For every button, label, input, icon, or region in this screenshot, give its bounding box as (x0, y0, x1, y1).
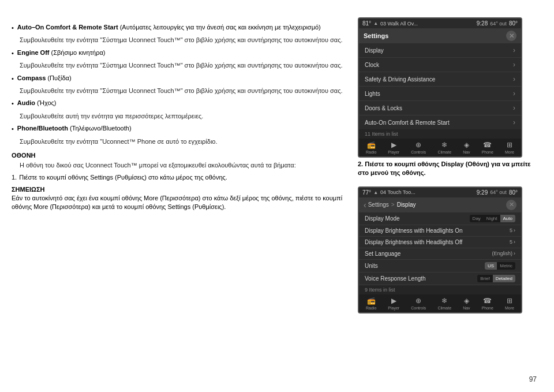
arrow-icon: › (513, 89, 515, 98)
metric-option[interactable]: Metric (497, 262, 515, 270)
menu-item-language[interactable]: Set Language (English) › (359, 248, 521, 260)
screen1-caption: 2. Πιέστε το κουμπί οθόνης Display (Οθόν… (358, 160, 542, 178)
arrow-icon: › (513, 61, 515, 69)
slider-value: 5 › (510, 239, 515, 245)
screen1-bottombar: 📻 Radio ▶ Player ⊕ Controls ❄ Climate (359, 139, 521, 156)
temp-left: 81° (362, 20, 371, 27)
topbar-right: 9:29 64° out 80° (477, 189, 518, 196)
nav-label: Nav (463, 150, 470, 154)
bullet-suffix: (Τηλέφωνο/Bluetooth) (68, 125, 132, 132)
screen1-wrapper: 81° ▲ 03 Walk All Ov... 9:28 64° out 80°… (358, 17, 542, 178)
bullet-dot: • (12, 125, 14, 133)
menu-item-doors[interactable]: Doors & Locks › (359, 101, 521, 115)
menu-label: Units (365, 263, 378, 269)
controls-label: Controls (411, 150, 426, 154)
step-num: 1. (12, 173, 17, 182)
menu-item-brightness-off[interactable]: Display Brightness with Headlights Off 5… (359, 237, 521, 248)
bullet-dot: • (12, 99, 14, 108)
phone-icon: ☎ (483, 297, 492, 305)
bullet-dot: • (12, 49, 14, 58)
voice-toggle[interactable]: Brief Detailed (477, 275, 515, 282)
arrow-icon: › (513, 75, 515, 83)
auto-option[interactable]: Auto (500, 215, 515, 222)
phone-button[interactable]: ☎ Phone (482, 141, 493, 154)
screen1-topbar: 81° ▲ 03 Walk All Ov... 9:28 64° out 80° (359, 18, 521, 28)
more-button[interactable]: ⊞ More (505, 141, 514, 154)
menu-item-safety[interactable]: Safety & Driving Assistance › (359, 72, 521, 87)
display-mode-toggle[interactable]: Day Night Auto (470, 215, 515, 222)
controls-icon: ⊕ (415, 141, 421, 149)
nav-icon: ◈ (464, 141, 469, 149)
arrow-icon: › (513, 46, 515, 54)
menu-label: Lights (365, 91, 380, 97)
screen2-topbar: 77° ▲ 04 Touch Too... 9:29 64° out 80° (359, 188, 521, 197)
day-option[interactable]: Day (470, 215, 484, 222)
step-text: Πιέστε το κουμπί οθόνης Settings (Ρυθμίσ… (19, 173, 227, 182)
screen2-breadcrumb: ‹ Settings > Display ✕ (359, 197, 521, 212)
climate-label: Climate (437, 150, 451, 154)
us-option[interactable]: US (485, 262, 497, 270)
menu-item-display[interactable]: Display › (359, 43, 521, 58)
page-number: 97 (529, 375, 537, 383)
temp-left: 77° (362, 189, 371, 196)
arrow-icon: › (513, 104, 515, 112)
menu-item-voice-response[interactable]: Voice Response Length Brief Detailed (359, 272, 521, 285)
menu-item-clock[interactable]: Clock › (359, 58, 521, 72)
signal-icon: ▲ (373, 190, 378, 195)
menu-label: Safety & Driving Assistance (365, 76, 435, 83)
menu-item-autoon[interactable]: Auto-On Comfort & Remote Start › (359, 115, 521, 129)
menu-item-units[interactable]: Units US Metric (359, 260, 521, 272)
menu-item-brightness-on[interactable]: Display Brightness with Headlights On 5 … (359, 225, 521, 237)
car-screen-1: 81° ▲ 03 Walk All Ov... 9:28 64° out 80°… (358, 17, 522, 158)
menu-label: Display Mode (365, 215, 400, 222)
phone-button[interactable]: ☎ Phone (482, 297, 493, 310)
more-icon: ⊞ (507, 141, 512, 149)
detailed-option[interactable]: Detailed (493, 275, 515, 282)
back-button[interactable]: ‹ (364, 200, 366, 210)
bullet-title: Auto–On Comfort & Remote Start (17, 24, 118, 31)
nav-button[interactable]: ◈ Nav (463, 141, 470, 154)
left-column: • Auto–On Comfort & Remote Start (Αυτόμα… (12, 17, 358, 380)
units-toggle[interactable]: US Metric (485, 262, 515, 270)
controls-button[interactable]: ⊕ Controls (411, 141, 426, 154)
screen2-menu: Display Mode Day Night Auto Display Brig… (359, 212, 521, 285)
player-button[interactable]: ▶ Player (388, 297, 399, 310)
close-button[interactable]: ✕ (506, 200, 516, 210)
breadcrumb-separator: > (391, 201, 395, 208)
nav-icon: ◈ (464, 297, 469, 305)
menu-label: Display Brightness with Headlights Off (365, 239, 462, 245)
time-display: 9:29 (477, 189, 488, 196)
arrow-icon: › (514, 239, 515, 245)
bullet-title: Phone/Bluetooth (17, 125, 68, 132)
close-button[interactable]: ✕ (506, 31, 516, 41)
climate-button[interactable]: ❄ Climate (437, 141, 451, 154)
menu-item-lights[interactable]: Lights › (359, 87, 521, 101)
radio-button[interactable]: 📻 Radio (366, 297, 376, 310)
player-button[interactable]: ▶ Player (388, 141, 399, 154)
out-temp: 64° out (490, 21, 507, 27)
brief-option[interactable]: Brief (477, 275, 492, 282)
song-title: 04 Touch Too... (380, 189, 415, 195)
list-item: • Engine Off (Σβήσιμο κινητήρα) (12, 48, 346, 58)
more-label: More (505, 306, 514, 310)
far-temp: 80° (509, 189, 518, 196)
caption-num: 2. (358, 160, 363, 167)
bullet-title: Audio (17, 99, 35, 106)
screen2-wrapper: 77° ▲ 04 Touch Too... 9:29 64° out 80° ‹ (358, 186, 542, 313)
menu-item-display-mode[interactable]: Display Mode Day Night Auto (359, 212, 521, 225)
screen2-bottombar: 📻 Radio ▶ Player ⊕ Controls ❄ Climate (359, 294, 521, 312)
night-option[interactable]: Night (484, 215, 500, 222)
nav-button[interactable]: ◈ Nav (463, 297, 470, 310)
more-icon: ⊞ (507, 297, 512, 305)
out-temp: 64° out (490, 189, 507, 195)
climate-button[interactable]: ❄ Climate (437, 297, 451, 310)
topbar-left: 77° ▲ 04 Touch Too... (362, 189, 415, 196)
list-item: • Compass (Πυξίδα) (12, 74, 346, 83)
more-button[interactable]: ⊞ More (505, 297, 514, 310)
phone-label: Phone (482, 306, 493, 310)
controls-label: Controls (411, 306, 426, 310)
menu-label: Voice Response Length (365, 275, 426, 282)
radio-button[interactable]: 📻 Radio (366, 141, 376, 154)
items-count: 9 Items in list (359, 285, 521, 294)
controls-button[interactable]: ⊕ Controls (411, 297, 426, 310)
